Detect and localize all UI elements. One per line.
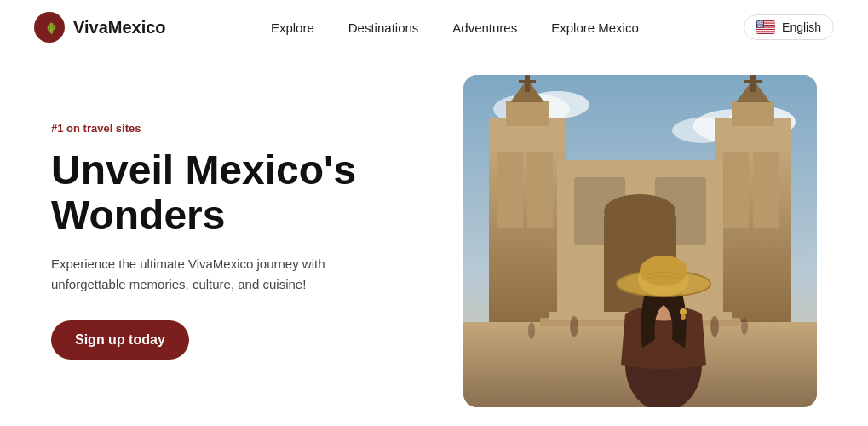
flag-icon (756, 20, 775, 34)
nav-destinations[interactable]: Destinations (348, 20, 419, 35)
svg-point-17 (761, 22, 762, 23)
svg-point-33 (758, 26, 759, 27)
svg-point-31 (761, 25, 762, 26)
svg-point-28 (757, 25, 758, 26)
svg-rect-58 (744, 80, 762, 83)
language-label: English (782, 20, 821, 34)
hero-right (463, 75, 817, 407)
svg-rect-52 (723, 143, 749, 228)
svg-rect-6 (756, 28, 775, 29)
svg-point-78 (640, 256, 687, 286)
hero-title: Unveil Mexico's Wonders (51, 148, 429, 239)
signup-button[interactable]: Sign up today (51, 320, 189, 360)
svg-point-16 (759, 22, 760, 23)
logo-text: VivaMexico (73, 18, 166, 37)
svg-rect-44 (497, 143, 523, 228)
nav-explore[interactable]: Explore (271, 20, 314, 35)
svg-point-63 (604, 194, 675, 228)
svg-point-30 (760, 25, 761, 26)
svg-point-23 (762, 23, 763, 24)
svg-point-13 (761, 21, 762, 22)
svg-point-22 (761, 23, 762, 24)
nav-adventures[interactable]: Adventures (452, 20, 517, 35)
nav-explore-mexico[interactable]: Explore Mexico (551, 20, 639, 35)
svg-text:🌵: 🌵 (45, 21, 58, 34)
header: 🌵 VivaMexico Explore Destinations Advent… (0, 0, 868, 55)
svg-point-29 (758, 25, 759, 26)
svg-rect-50 (519, 80, 536, 83)
svg-point-26 (761, 24, 762, 25)
svg-point-27 (762, 24, 762, 25)
svg-point-32 (762, 25, 763, 26)
language-selector[interactable]: English (744, 14, 834, 40)
svg-point-80 (681, 314, 686, 320)
svg-point-36 (762, 26, 762, 27)
svg-rect-47 (506, 101, 549, 126)
logo-icon: 🌵 (34, 12, 65, 43)
hero-title-line2: Wonders (51, 193, 225, 238)
svg-point-19 (757, 23, 758, 24)
svg-point-14 (762, 21, 763, 22)
hero-section: #1 on travel sites Unveil Mexico's Wonde… (0, 55, 868, 426)
svg-point-70 (570, 316, 578, 337)
svg-point-71 (710, 316, 719, 337)
svg-point-72 (741, 318, 748, 335)
svg-point-35 (761, 26, 762, 27)
svg-point-11 (758, 21, 759, 22)
svg-point-25 (759, 24, 760, 25)
hero-image (463, 75, 817, 407)
svg-point-12 (760, 21, 761, 22)
hero-description: Experience the ultimate VivaMexico journ… (51, 254, 375, 295)
svg-rect-55 (732, 101, 774, 126)
svg-point-34 (759, 26, 760, 27)
svg-point-79 (680, 308, 687, 315)
svg-point-21 (760, 23, 761, 24)
svg-point-10 (757, 21, 758, 22)
hero-title-line1: Unveil Mexico's (51, 147, 356, 193)
hero-left: #1 on travel sites Unveil Mexico's Wonde… (51, 122, 463, 360)
svg-rect-8 (756, 32, 775, 33)
svg-point-20 (758, 23, 759, 24)
hero-badge: #1 on travel sites (51, 122, 429, 135)
logo-area[interactable]: 🌵 VivaMexico (34, 12, 166, 43)
svg-rect-7 (756, 30, 775, 31)
svg-rect-45 (527, 143, 553, 228)
svg-point-73 (528, 322, 535, 339)
svg-point-24 (758, 24, 759, 25)
svg-rect-53 (753, 143, 779, 228)
main-nav: Explore Destinations Adventures Explore … (271, 20, 639, 35)
svg-point-15 (758, 22, 759, 23)
svg-point-18 (762, 22, 762, 23)
